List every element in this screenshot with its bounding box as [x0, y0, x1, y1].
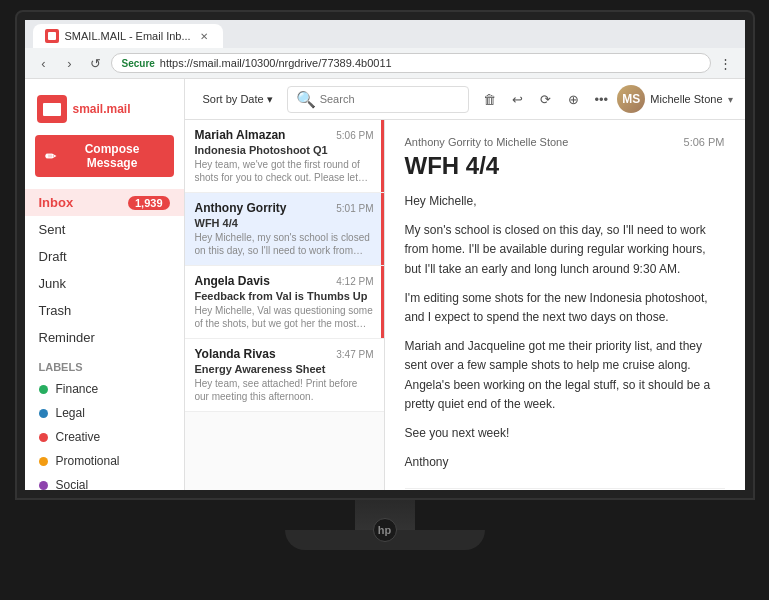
sidebar-item-draft[interactable]: Draft: [25, 243, 184, 270]
email-preview-1: Hey team, we've got the first round of s…: [195, 158, 374, 184]
label-item-creative[interactable]: Creative: [25, 425, 184, 449]
email-preview-4: Hey team, see attached! Print before our…: [195, 377, 374, 403]
detail-header: Anthony Gorrity to Michelle Stone 5:06 P…: [405, 136, 725, 148]
email-item-2[interactable]: Anthony Gorrity 5:01 PM WFH 4/4 Hey Mich…: [185, 193, 384, 266]
label-item-finance[interactable]: Finance: [25, 377, 184, 401]
nav-extra: ⋮: [715, 52, 737, 74]
search-box[interactable]: 🔍: [287, 86, 470, 113]
sidebar-item-trash[interactable]: Trash: [25, 297, 184, 324]
monitor: SMAIL.MAIL - Email Inb... ✕ ‹ › ↺ Secure…: [15, 10, 755, 500]
email-item-1-header: Mariah Almazan 5:06 PM: [195, 128, 374, 142]
email-item-1[interactable]: Mariah Almazan 5:06 PM Indonesia Photosh…: [185, 120, 384, 193]
body-p3: Mariah and Jacqueline got me their prior…: [405, 337, 725, 414]
creative-dot: [39, 433, 48, 442]
email-subject-3: Feedback from Val is Thumbs Up: [195, 290, 374, 302]
sidebar-item-inbox[interactable]: Inbox 1,939: [25, 189, 184, 216]
email-accent-bar-2: [381, 193, 384, 265]
reply-button[interactable]: ↩: [505, 87, 529, 111]
junk-label: Junk: [39, 276, 66, 291]
finance-dot: [39, 385, 48, 394]
email-list: Mariah Almazan 5:06 PM Indonesia Photosh…: [185, 120, 385, 490]
search-icon: 🔍: [296, 90, 316, 109]
email-sender-3: Angela Davis: [195, 274, 270, 288]
user-avatar-button[interactable]: MS Michelle Stone ▾: [617, 85, 732, 113]
logo-envelope-icon: [43, 103, 61, 116]
tab-favicon-inner: [48, 32, 56, 40]
social-dot: [39, 481, 48, 490]
detail-time: 5:06 PM: [684, 136, 725, 148]
forward-button-toolbar[interactable]: ⟳: [533, 87, 557, 111]
logo-text: smail.mail: [73, 102, 131, 116]
address-bar[interactable]: Secure https://smail.mail/10300/nrgdrive…: [111, 53, 711, 73]
labels-section-title: Labels: [25, 351, 184, 377]
avatar-image: MS: [617, 85, 645, 113]
tab-favicon: [45, 29, 59, 43]
sidebar: smail.mail ✏ Compose Message Inbox 1,939…: [25, 79, 185, 490]
finance-label: Finance: [56, 382, 99, 396]
label-item-legal[interactable]: Legal: [25, 401, 184, 425]
avatar: MS: [617, 85, 645, 113]
email-subject-1: Indonesia Photoshoot Q1: [195, 144, 374, 156]
body-p5: Anthony: [405, 453, 725, 472]
sidebar-item-reminder[interactable]: Reminder: [25, 324, 184, 351]
trash-label: Trash: [39, 303, 72, 318]
email-accent-bar-1: [381, 120, 384, 192]
detail-subject: WFH 4/4: [405, 152, 725, 180]
reply-area: ↩ 📎 Hey Anthony, Family first! Make sure…: [405, 488, 725, 490]
email-time-2: 5:01 PM: [336, 203, 373, 214]
email-time-4: 3:47 PM: [336, 349, 373, 360]
email-preview-2: Hey Michelle, my son's school is closed …: [195, 231, 374, 257]
email-item-3[interactable]: Angela Davis 4:12 PM Feedback from Val i…: [185, 266, 384, 339]
body-p2: I'm editing some shots for the new Indon…: [405, 289, 725, 327]
detail-from: Anthony Gorrity to Michelle Stone: [405, 136, 569, 148]
legal-label: Legal: [56, 406, 85, 420]
legal-dot: [39, 409, 48, 418]
url-text: https://smail.mail/10300/nrgdrive/77389.…: [160, 57, 392, 69]
sidebar-item-junk[interactable]: Junk: [25, 270, 184, 297]
hp-logo: hp: [373, 518, 397, 542]
menu-button[interactable]: ⋮: [715, 52, 737, 74]
logo-icon: [37, 95, 67, 123]
compose-label: Compose Message: [61, 142, 164, 170]
detail-body: Hey Michelle, My son's school is closed …: [405, 192, 725, 472]
sent-label: Sent: [39, 222, 66, 237]
email-item-4[interactable]: Yolanda Rivas 3:47 PM Energy Awareness S…: [185, 339, 384, 412]
overflow-button[interactable]: •••: [589, 87, 613, 111]
more-options-button[interactable]: ⊕: [561, 87, 585, 111]
main-content: Anthony Gorrity to Michelle Stone 5:06 P…: [385, 120, 745, 490]
label-item-social[interactable]: Social: [25, 473, 184, 490]
toolbar-actions: 🗑 ↩ ⟳ ⊕ ••• MS Michelle Stone ▾: [477, 85, 732, 113]
sort-chevron-icon: ▾: [267, 93, 273, 106]
compose-button[interactable]: ✏ Compose Message: [35, 135, 174, 177]
creative-label: Creative: [56, 430, 101, 444]
email-item-3-header: Angela Davis 4:12 PM: [195, 274, 374, 288]
compose-icon: ✏: [45, 149, 56, 164]
forward-button[interactable]: ›: [59, 52, 81, 74]
social-label: Social: [56, 478, 89, 490]
sort-label: Sort by Date: [203, 93, 264, 105]
email-time-1: 5:06 PM: [336, 130, 373, 141]
inbox-label: Inbox: [39, 195, 74, 210]
search-input[interactable]: [320, 93, 461, 105]
email-item-4-header: Yolanda Rivas 3:47 PM: [195, 347, 374, 361]
refresh-button[interactable]: ↺: [85, 52, 107, 74]
tab-title: SMAIL.MAIL - Email Inb...: [65, 30, 191, 42]
main-toolbar: Sort by Date ▾ 🔍 🗑 ↩ ⟳ ⊕ •••: [185, 79, 745, 120]
delete-button[interactable]: 🗑: [477, 87, 501, 111]
email-preview-3: Hey Michelle, Val was questioning some o…: [195, 304, 374, 330]
email-time-3: 4:12 PM: [336, 276, 373, 287]
email-subject-4: Energy Awareness Sheet: [195, 363, 374, 375]
user-chevron-icon: ▾: [728, 94, 733, 105]
sort-button[interactable]: Sort by Date ▾: [197, 90, 279, 109]
label-item-promotional[interactable]: Promotional: [25, 449, 184, 473]
screen: SMAIL.MAIL - Email Inb... ✕ ‹ › ↺ Secure…: [25, 20, 745, 490]
email-subject-2: WFH 4/4: [195, 217, 374, 229]
body-greeting: Hey Michelle,: [405, 192, 725, 211]
sidebar-logo: smail.mail: [25, 87, 184, 135]
tab-close-btn[interactable]: ✕: [197, 29, 211, 43]
back-button[interactable]: ‹: [33, 52, 55, 74]
user-name: Michelle Stone: [650, 93, 722, 105]
email-accent-bar-3: [381, 266, 384, 338]
browser-tab[interactable]: SMAIL.MAIL - Email Inb... ✕: [33, 24, 223, 48]
sidebar-item-sent[interactable]: Sent: [25, 216, 184, 243]
